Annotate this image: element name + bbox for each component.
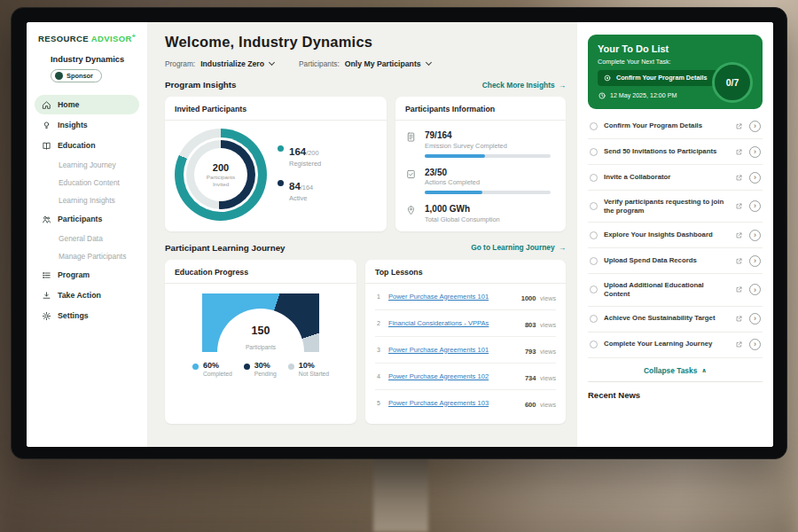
chevron-right-icon[interactable]: › [749,121,761,132]
chevron-right-icon[interactable]: › [749,146,761,158]
invited-donut-chart: 200 Participants Invited [175,129,267,221]
sidebar-item-education[interactable]: Education [35,136,139,155]
main-content: Welcome, Industry Dynamics Program: Indu… [148,22,577,447]
chevron-right-icon[interactable]: › [749,284,761,295]
checklist-icon [405,168,417,180]
legend-dot [192,364,199,370]
gauge-legend: 60% Completed 30% Pending [192,361,329,377]
sidebar-item-participants[interactable]: Participants [35,209,139,229]
chevron-right-icon[interactable]: › [749,339,761,350]
go-to-learning-journey-link[interactable]: Go to Learning Journey → [471,243,566,252]
task-status-icon[interactable] [590,174,598,182]
legend-item-active: 84/164 Active [278,177,321,202]
todo-progress-ring: 0/7 [712,62,753,103]
task-row[interactable]: Send 50 Invitations to Participants › [588,139,763,165]
gauge-center-label: Participants [246,344,276,350]
chevron-right-icon[interactable]: › [749,255,761,267]
next-task-chip[interactable]: Confirm Your Program Details [598,70,722,86]
lesson-link[interactable]: Power Purchase Agreements 102 [388,372,519,380]
collapse-chevron-icon: ∧ [701,367,707,374]
legend-item-pending: 30% Pending [244,361,277,377]
lightbulb-icon [42,121,51,130]
task-status-icon[interactable] [590,286,598,293]
sidebar-item-general-data[interactable]: General Data [35,230,139,246]
sidebar-nav: Home Insights Education Learning Journey… [35,95,139,325]
participants-select[interactable]: Participants: Only My Participants [299,59,431,68]
legend-dot [288,364,294,370]
sidebar-item-learning-journey[interactable]: Learning Journey [35,156,139,173]
sidebar-item-settings[interactable]: Settings [35,306,139,325]
info-row-actions: 23/50 Actions Completed [405,168,556,195]
donut-center-label: Participants Invited [200,174,241,188]
task-status-icon[interactable] [590,315,598,323]
chevron-right-icon[interactable]: › [749,172,761,184]
external-link-icon [735,231,743,239]
chevron-right-icon[interactable]: › [749,313,761,325]
invited-participants-card: Invited Participants 200 Participants In… [165,97,387,231]
sponsor-badge[interactable]: Sponsor [51,69,102,82]
task-row[interactable]: Complete Your Learning Journey › [588,332,763,358]
education-progress-card: Education Progress 150 Participants [165,260,356,424]
check-more-insights-link[interactable]: Check More Insights → [482,81,566,90]
lesson-link[interactable]: Power Purchase Agreements 101 [388,346,519,354]
section-title-learning-journey: Participant Learning Journey [165,243,286,253]
legend-dot [278,145,284,152]
clock-icon [598,91,606,100]
task-row[interactable]: Verify participants requesting to join t… [588,191,763,223]
chevron-right-icon[interactable]: › [749,230,761,241]
info-row-emission: 79/164 Emission Survey Completed [405,130,556,158]
collapse-tasks-button[interactable]: Collapse Tasks ∧ [588,358,763,381]
lesson-link[interactable]: Financial Considerations - VPPAs [388,319,519,327]
lesson-row[interactable]: 5 Power Purchase Agreements 103 600 view… [375,390,556,416]
book-icon [42,141,51,151]
lesson-row[interactable]: 3 Power Purchase Agreements 101 793 view… [375,337,556,364]
page-title: Welcome, Industry Dynamics [165,34,566,51]
task-row[interactable]: Confirm Your Program Details › [588,113,763,139]
section-title-program-insights: Program Insights [165,80,237,90]
sidebar-item-program[interactable]: Program [35,265,139,285]
sidebar-item-learning-insights[interactable]: Learning Insights [35,192,139,208]
sponsor-icon [55,72,63,80]
filter-bar: Program: Industrialize Zero Participants… [165,59,566,68]
task-row[interactable]: Achieve One Sustainability Target › [588,307,763,332]
chevron-right-icon[interactable]: › [749,200,761,212]
target-icon [603,74,612,82]
sidebar-item-insights[interactable]: Insights [35,115,139,135]
legend-item-completed: 60% Completed [192,361,232,377]
emission-progress-bar [425,154,551,158]
card-title: Invited Participants [165,105,387,121]
legend-dot [244,364,250,370]
lesson-row[interactable]: 1 Power Purchase Agreements 101 1000 vie… [375,284,556,310]
task-status-icon[interactable] [590,340,598,348]
location-pin-icon [405,205,417,216]
sidebar-item-education-content[interactable]: Education Content [35,174,139,191]
recent-news-heading: Recent News [588,381,763,400]
todo-panel: Your To Do List Complete Your Next Task:… [577,22,773,447]
task-status-icon[interactable] [590,231,598,239]
task-status-icon[interactable] [590,202,598,210]
lesson-link[interactable]: Power Purchase Agreements 101 [388,293,515,301]
sidebar-item-take-action[interactable]: Take Action [35,286,139,305]
lesson-row[interactable]: 4 Power Purchase Agreements 102 734 view… [375,364,556,390]
sidebar-item-home[interactable]: Home [35,95,139,114]
task-row[interactable]: Upload Spend Data Records › [588,248,763,274]
survey-icon [405,131,417,143]
task-row[interactable]: Invite a Collaborator › [588,165,763,191]
monitor-bezel: RESOURCE ADVISOR+ Industry Dynamics Spon… [11,7,787,459]
task-row[interactable]: Upload Additional Educational Content › [588,274,763,306]
sidebar-item-manage-participants[interactable]: Manage Participants [35,247,139,264]
lesson-link[interactable]: Power Purchase Agreements 103 [388,399,519,407]
task-status-icon[interactable] [590,148,598,156]
gauge-center-value: 150 [202,325,319,337]
task-status-icon[interactable] [590,257,598,265]
card-title: Top Lessons [365,268,566,284]
monitor-stand [373,454,428,532]
lesson-row[interactable]: 2 Financial Considerations - VPPAs 803 v… [375,310,556,337]
gear-icon [42,311,51,321]
external-link-icon [735,286,743,293]
task-status-icon[interactable] [590,122,598,130]
chevron-down-icon [426,59,432,66]
external-link-icon [735,202,743,210]
task-row[interactable]: Explore Your Insights Dashboard › [588,223,763,248]
program-select[interactable]: Program: Industrialize Zero [165,59,274,68]
